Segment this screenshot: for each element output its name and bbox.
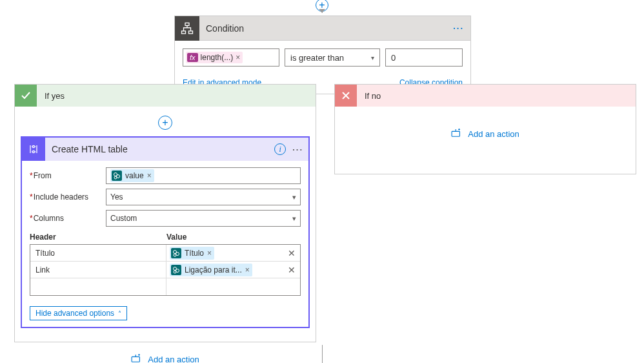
token-remove[interactable]: × [245, 265, 250, 275]
action-title: Create HTML table [52, 144, 274, 154]
token-label: value [125, 171, 144, 180]
arrow-down-icon [319, 9, 325, 13]
column-header-header: Header [30, 233, 166, 242]
condition-rhs-field[interactable]: 0 [385, 48, 463, 67]
svg-rect-1 [182, 31, 186, 34]
sharepoint-icon [112, 171, 122, 181]
sharepoint-icon [171, 265, 181, 275]
include-headers-select[interactable]: Yes ▾ [106, 189, 301, 205]
if-yes-branch: If yes + Create HTML table i ··· *From v… [14, 84, 316, 342]
check-icon [15, 85, 37, 107]
from-label: *From [30, 171, 106, 180]
create-html-table-card: Create HTML table i ··· *From value × *I… [21, 136, 310, 328]
condition-lhs-field[interactable]: fx length(...) × [183, 48, 279, 67]
column-header-input[interactable]: Título [30, 245, 166, 261]
hide-advanced-label: Hide advanced options [35, 309, 114, 318]
from-field[interactable]: value × [106, 167, 301, 184]
if-yes-title: If yes [45, 91, 65, 101]
sharepoint-icon [171, 248, 181, 258]
add-action-no[interactable]: Add an action [335, 129, 636, 140]
if-no-header[interactable]: If no [335, 85, 636, 107]
add-action-label: Add an action [468, 129, 519, 139]
columns-value: Custom [110, 214, 137, 223]
chevron-down-icon: ▾ [292, 193, 296, 202]
condition-icon [175, 16, 199, 41]
token-remove[interactable]: × [236, 53, 240, 62]
chevron-up-icon: ˄ [118, 310, 121, 317]
condition-menu[interactable]: ··· [453, 23, 464, 33]
columns-select[interactable]: Custom ▾ [106, 210, 301, 227]
expression-token-label: length(...) [201, 53, 234, 62]
svg-point-8 [174, 254, 176, 256]
condition-body: fx length(...) × is greater than ▾ 0 [175, 41, 470, 74]
column-header-value: Value [166, 233, 186, 242]
add-step-yes[interactable]: + [158, 116, 172, 130]
column-row: Link Ligação para it... × ✕ [30, 262, 300, 278]
fx-icon: fx [187, 53, 198, 62]
data-operations-icon [22, 138, 45, 161]
rhs-value: 0 [391, 53, 396, 63]
token-label: Título [185, 249, 204, 258]
columns-label: *Columns [30, 214, 106, 223]
sp-token[interactable]: Título × [170, 247, 214, 260]
include-headers-label: *Include headers [30, 192, 106, 202]
close-icon [335, 85, 357, 107]
action-menu[interactable]: ··· [292, 145, 303, 154]
add-action-icon [131, 354, 143, 363]
delete-row[interactable]: ✕ [283, 248, 300, 258]
sp-token[interactable]: Ligação para it... × [170, 264, 252, 276]
condition-header[interactable]: Condition ··· [175, 16, 470, 41]
info-icon[interactable]: i [274, 143, 286, 155]
operator-value: is greater than [290, 53, 344, 63]
column-header-input[interactable] [30, 278, 166, 295]
if-no-branch: If no Add an action [334, 84, 636, 174]
add-action-yes[interactable]: Add an action [15, 354, 316, 363]
include-headers-value: Yes [110, 192, 123, 202]
condition-title: Condition [206, 23, 453, 34]
column-row: Título Título × ✕ [30, 245, 300, 262]
if-yes-header[interactable]: If yes [15, 85, 316, 107]
condition-card: Condition ··· fx length(...) × is greate… [174, 16, 471, 94]
svg-point-11 [174, 271, 176, 273]
column-header-input[interactable]: Link [30, 262, 166, 278]
add-action-label: Add an action [148, 355, 199, 363]
delete-row[interactable]: ✕ [283, 265, 300, 275]
hide-advanced-options[interactable]: Hide advanced options ˄ [30, 306, 127, 320]
token-remove[interactable]: × [207, 249, 212, 258]
token-remove[interactable]: × [147, 171, 152, 180]
connector-line-bottom [322, 345, 323, 363]
add-action-icon [451, 129, 463, 140]
token-label: Ligação para it... [185, 265, 242, 275]
condition-operator-select[interactable]: is greater than ▾ [285, 48, 380, 67]
svg-rect-2 [189, 31, 193, 34]
action-header[interactable]: Create HTML table i ··· [22, 138, 308, 161]
expression-token[interactable]: fx length(...) × [186, 52, 243, 63]
chevron-down-icon: ▾ [292, 214, 296, 223]
svg-rect-12 [132, 357, 139, 362]
column-value-input[interactable] [166, 278, 283, 295]
svg-rect-13 [452, 131, 459, 136]
column-value-input[interactable]: Título × [166, 245, 283, 261]
column-row-empty [30, 278, 300, 295]
if-no-title: If no [365, 91, 381, 101]
columns-grid: Título Título × ✕ Link [30, 244, 301, 296]
svg-point-5 [114, 176, 117, 179]
chevron-down-icon: ▾ [371, 54, 374, 61]
column-value-input[interactable]: Ligação para it... × [166, 262, 283, 278]
sp-token-value[interactable]: value × [110, 169, 154, 182]
svg-rect-0 [185, 23, 189, 25]
